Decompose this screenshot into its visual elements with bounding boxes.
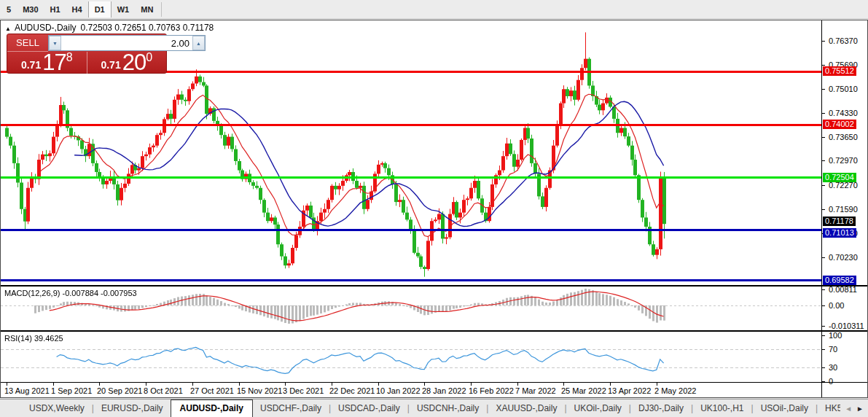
price-level-badge: 0.72504: [823, 173, 856, 182]
chart-title-ohlc: 0.72503 0.72651 0.70763 0.71178: [81, 23, 214, 33]
volume-decrease-button[interactable]: ▼: [49, 36, 61, 50]
price-level-badge: 0.71178: [823, 217, 856, 226]
pane-divider[interactable]: [1, 330, 867, 332]
chart-tab-usdchfdaily[interactable]: USDCHF-,Daily: [253, 400, 329, 416]
date-axis-label: 28 Jan 2022: [422, 386, 466, 395]
pane-divider[interactable]: [1, 285, 867, 287]
axis-tick: [822, 41, 825, 42]
chart-tab-xauusddaily[interactable]: XAUUSD-,Daily: [488, 400, 564, 416]
price-axis-label: 0.73650: [829, 133, 858, 141]
date-axis-label: 1 Sep 2021: [51, 386, 92, 395]
chart-tab-usdcaddaily[interactable]: USDCAD-,Daily: [331, 400, 407, 416]
chart-tab-usoildaily[interactable]: USOil-,Daily: [754, 400, 816, 416]
buy-button[interactable]: BUY: [206, 34, 246, 52]
price-level-badge: 0.75512: [823, 66, 856, 76]
timeframe-button-mn[interactable]: MN: [135, 2, 159, 17]
buy-price-display[interactable]: 0.71200: [87, 52, 167, 74]
rsi-indicator-label: RSI(14) 39.4625: [4, 334, 63, 343]
macd-axis-label: 0.00: [829, 301, 844, 310]
chart-title: ▲AUDUSD-,Daily0.72503 0.72651 0.70763 0.…: [5, 23, 214, 33]
chart-tab-usdxweekly[interactable]: USDX,Weekly: [22, 400, 92, 416]
chart-window: ▲AUDUSD-,Daily0.72503 0.72651 0.70763 0.…: [0, 20, 868, 398]
tab-scroll-left-icon[interactable]: ◄: [845, 405, 852, 413]
axis-tick: [822, 137, 825, 138]
volume-spinner: ▼ ▲: [48, 35, 206, 51]
price-level-badge: 0.69582: [823, 276, 856, 285]
date-axis-label: 15 Nov 2021: [237, 386, 282, 395]
chart-tab-eurusddaily[interactable]: EURUSD-,Daily: [94, 400, 171, 416]
timeframe-button-h1[interactable]: H1: [44, 2, 66, 17]
date-axis-label: 22 Dec 2021: [329, 386, 375, 395]
date-axis-label: 2 May 2022: [654, 386, 696, 395]
buy-price-prefix: 0.71: [101, 59, 120, 71]
timeframe-button-h4[interactable]: H4: [66, 2, 88, 17]
timeframe-button-5[interactable]: 5: [1, 2, 17, 17]
mt4-app: 5M30H1H4D1W1MN ▲AUDUSD-,Daily0.72503 0.7…: [0, 0, 868, 417]
date-axis-label: 13 Aug 2021: [4, 386, 50, 395]
axis-tick: [822, 209, 825, 210]
date-axis-label: 25 Mar 2022: [561, 386, 606, 395]
rsi-axis-label: 100: [829, 331, 842, 340]
rsi-pane-canvas[interactable]: [1, 332, 821, 382]
chart-tab-hk50[interactable]: HK50-,: [818, 400, 840, 416]
sell-price-sup: 8: [66, 51, 73, 64]
rsi-axis-label: 70: [829, 345, 837, 354]
date-axis-label: 10 Jan 2022: [376, 386, 421, 395]
axis-tick: [822, 349, 825, 350]
tab-scroll-buttons: ◄ ►: [840, 405, 868, 413]
tab-scroll-right-icon[interactable]: ►: [856, 405, 864, 413]
chart-tabs: USDX,Weekly|EURUSD-,DailyAUDUSD-,DailyUS…: [22, 400, 840, 417]
axis-tick: [822, 89, 825, 90]
date-axis-tick: [610, 383, 611, 386]
price-level-badge: 0.74002: [823, 120, 856, 129]
axis-tick: [822, 367, 825, 368]
date-axis-tick: [146, 383, 146, 386]
axis-tick: [822, 335, 825, 336]
date-axis-tick: [378, 383, 379, 386]
volume-increase-button[interactable]: ▲: [192, 36, 205, 50]
timeframe-buttons: 5M30H1H4D1W1MN: [0, 0, 164, 18]
date-axis-tick: [7, 383, 7, 386]
date-axis: 13 Aug 20211 Sep 202120 Sep 20218 Oct 20…: [1, 383, 821, 397]
chart-tab-ukoildaily[interactable]: UKOil-,Daily: [567, 400, 629, 416]
one-click-trading-panel: SELL ▼ ▲ BUY 0.71178 0.71200: [7, 34, 167, 74]
up-arrow-icon: ▲: [196, 41, 201, 46]
price-axis-label: 0.72970: [829, 156, 858, 165]
date-axis-tick: [657, 383, 657, 386]
chart-tab-audusddaily[interactable]: AUDUSD-,Daily: [171, 400, 253, 417]
date-axis-tick: [285, 383, 286, 386]
axis-tick: [822, 326, 825, 327]
date-axis-label: 27 Oct 2021: [190, 386, 234, 395]
macd-axis-label: -0.010311: [829, 321, 864, 330]
axis-tick: [822, 289, 825, 290]
chart-tab-dj30daily[interactable]: DJ30-,Daily: [631, 400, 691, 416]
price-axis-label: 0.76370: [829, 36, 858, 45]
date-axis-tick: [471, 383, 472, 386]
sell-price-display[interactable]: 0.71178: [7, 52, 87, 74]
chart-title-symbol: AUDUSD-,Daily: [15, 23, 77, 33]
date-axis-tick: [99, 383, 100, 386]
date-axis-tick: [517, 383, 518, 386]
timeframe-button-w1[interactable]: W1: [112, 2, 136, 17]
chart-tab-uk100h1[interactable]: UK100-,H1: [693, 400, 751, 416]
timeframe-button-m30[interactable]: M30: [17, 2, 44, 17]
price-axis-label: 0.71590: [829, 205, 858, 214]
date-axis-label: 3 Dec 2021: [283, 386, 324, 395]
price-axis-label: 0.75010: [829, 85, 858, 93]
collapse-chart-icon[interactable]: ▲: [5, 26, 11, 32]
chart-tab-usdcnhdaily[interactable]: USDCNH-,Daily: [410, 400, 486, 416]
sell-price-big: 17: [42, 52, 66, 73]
sell-price-prefix: 0.71: [21, 59, 41, 71]
volume-input[interactable]: [61, 36, 192, 50]
date-axis-label: 8 Oct 2021: [144, 386, 183, 395]
pane-divider: [1, 382, 867, 383]
buy-price-big: 20: [122, 52, 146, 73]
axis-tick: [822, 160, 825, 161]
date-axis-label: 13 Apr 2022: [608, 386, 651, 395]
date-axis-tick: [53, 383, 54, 386]
macd-indicator-label: MACD(12,26,9) -0.007884 -0.007953: [4, 289, 137, 297]
date-axis-tick: [332, 383, 332, 386]
date-axis-label: 7 Mar 2022: [515, 386, 556, 395]
timeframe-button-d1[interactable]: D1: [88, 1, 112, 17]
down-arrow-icon: ▼: [52, 41, 58, 46]
